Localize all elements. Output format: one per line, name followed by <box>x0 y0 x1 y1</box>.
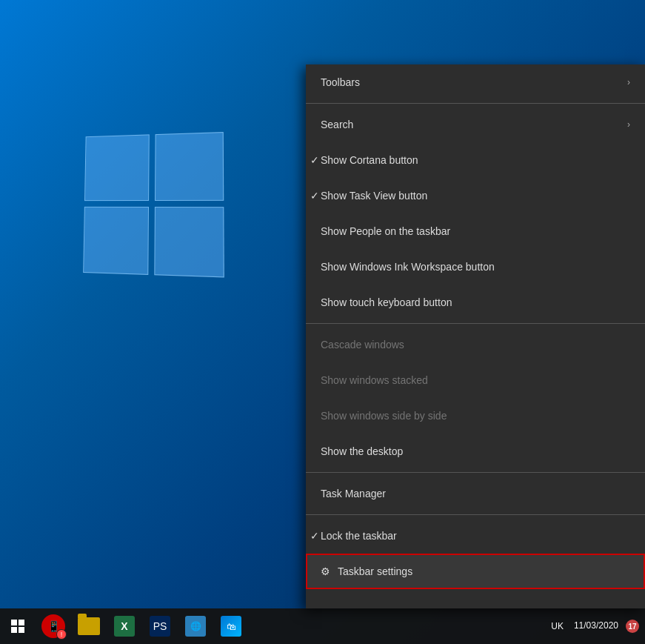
taskbar-clock[interactable]: 11/03/2020 <box>569 620 623 632</box>
context-menu: Toolbars › Search › ✓ Show Cortana butto… <box>306 64 645 608</box>
taskbar-icon-store[interactable]: 🛍 <box>213 608 249 644</box>
desktop: Toolbars › Search › ✓ Show Cortana butto… <box>0 0 645 644</box>
check-cortana: ✓ <box>310 154 319 166</box>
svg-rect-2 <box>11 627 17 633</box>
windows-logo <box>81 133 230 282</box>
menu-item-show-touch-keyboard[interactable]: Show touch keyboard button <box>306 285 645 320</box>
menu-label-show-desktop: Show the desktop <box>321 445 403 457</box>
menu-label-task-manager: Task Manager <box>321 488 386 499</box>
menu-item-lock-taskbar[interactable]: ✓ Lock the taskbar <box>306 518 645 554</box>
win-pane-tr <box>155 132 224 201</box>
arrow-icon-search: › <box>627 119 630 130</box>
taskbar-icon-powershell[interactable]: PS <box>142 608 178 644</box>
menu-label-cascade: Cascade windows <box>321 339 404 351</box>
taskbar-icon-network-settings[interactable]: 🌐 <box>178 608 213 644</box>
menu-label-side-by-side: Show windows side by side <box>321 410 447 422</box>
menu-item-task-manager[interactable]: Task Manager <box>306 476 645 511</box>
menu-item-show-desktop[interactable]: Show the desktop <box>306 434 645 469</box>
menu-item-show-side-by-side: Show windows side by side <box>306 398 645 434</box>
menu-label-stacked: Show windows stacked <box>321 374 428 386</box>
check-task-view: ✓ <box>310 190 319 202</box>
separator-3 <box>306 472 645 473</box>
menu-label-cortana: Show Cortana button <box>321 154 418 166</box>
menu-label-search: Search <box>321 119 353 130</box>
gear-icon: ⚙ <box>321 565 330 577</box>
menu-label-touch-keyboard: Show touch keyboard button <box>321 296 452 308</box>
taskbar: 📱 X PS 🌐 🛍 UK 11/03/2020 17 <box>0 608 645 644</box>
win-pane-br <box>154 207 224 277</box>
menu-item-show-people[interactable]: Show People on the taskbar <box>306 213 645 249</box>
taskbar-icon-excel[interactable]: X <box>107 608 142 644</box>
excel-icon: X <box>114 616 135 637</box>
svg-rect-0 <box>11 620 17 625</box>
taskbar-language: UK <box>548 621 567 631</box>
svg-rect-1 <box>19 620 24 625</box>
taskbar-tray: UK 11/03/2020 17 <box>548 620 645 633</box>
powershell-icon: PS <box>150 616 170 637</box>
menu-label-people: Show People on the taskbar <box>321 225 450 237</box>
menu-label-ink-workspace: Show Windows Ink Workspace button <box>321 261 495 273</box>
win-pane-tl <box>84 134 150 201</box>
notification-badge[interactable]: 17 <box>626 620 639 633</box>
separator-1 <box>306 103 645 104</box>
menu-item-taskbar-settings[interactable]: ⚙ Taskbar settings <box>306 554 645 589</box>
network-icon: 🌐 <box>185 616 206 637</box>
menu-item-show-stacked: Show windows stacked <box>306 362 645 398</box>
arrow-icon: › <box>627 77 630 87</box>
separator-4 <box>306 514 645 515</box>
store-icon: 🛍 <box>221 616 241 637</box>
menu-label-lock-taskbar: Lock the taskbar <box>321 530 397 542</box>
phone-link-icon: 📱 <box>41 614 65 638</box>
taskbar-start-button[interactable] <box>0 608 36 644</box>
menu-item-toolbars[interactable]: Toolbars › <box>306 64 645 100</box>
menu-item-cascade-windows: Cascade windows <box>306 327 645 362</box>
taskbar-icon-file-explorer[interactable] <box>71 608 107 644</box>
svg-rect-3 <box>19 627 24 633</box>
taskbar-date: 11/03/2020 <box>574 620 618 632</box>
check-lock-taskbar: ✓ <box>310 530 319 542</box>
win-pane-bl <box>83 207 149 275</box>
menu-label-taskbar-settings: Taskbar settings <box>338 565 412 577</box>
file-explorer-icon <box>78 617 100 635</box>
menu-item-search[interactable]: Search › <box>306 107 645 142</box>
menu-item-show-ink-workspace[interactable]: Show Windows Ink Workspace button <box>306 249 645 285</box>
taskbar-icon-phone-link[interactable]: 📱 <box>36 608 71 644</box>
menu-item-show-task-view[interactable]: ✓ Show Task View button <box>306 178 645 213</box>
menu-label-toolbars: Toolbars <box>321 76 360 88</box>
separator-2 <box>306 323 645 324</box>
menu-item-show-cortana[interactable]: ✓ Show Cortana button <box>306 142 645 178</box>
menu-label-task-view: Show Task View button <box>321 190 427 202</box>
